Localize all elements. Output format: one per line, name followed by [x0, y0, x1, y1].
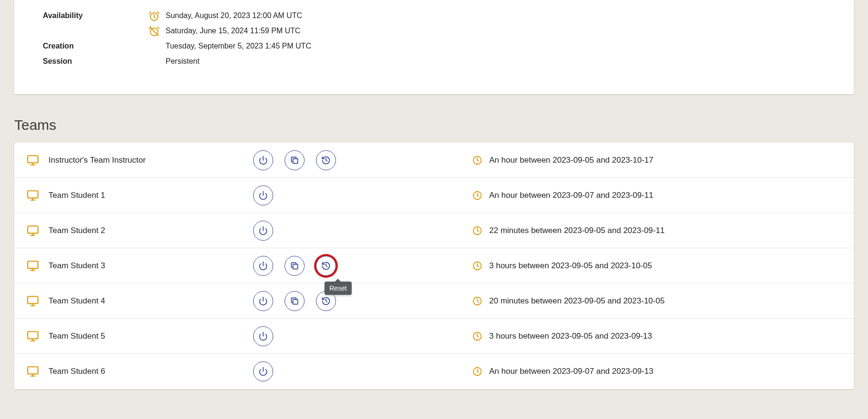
svg-rect-24: [28, 296, 38, 303]
power-button[interactable]: [253, 185, 273, 205]
creation-label: Creation: [43, 40, 148, 50]
power-button[interactable]: [253, 291, 273, 311]
monitor-icon: [27, 330, 39, 342]
team-actions: [253, 326, 472, 346]
team-time: 3 hours between 2023-09-05 and 2023-10-0…: [489, 261, 652, 271]
availability-label: Availability: [43, 10, 148, 20]
monitor-icon: [27, 295, 39, 307]
team-name: Team Student 4: [49, 296, 253, 306]
team-row[interactable]: Team Student 222 minutes between 2023-09…: [14, 213, 854, 248]
svg-rect-30: [28, 331, 38, 339]
power-button[interactable]: [253, 150, 273, 170]
team-actions: [253, 361, 472, 381]
info-row-availability-end: Saturday, June 15, 2024 11:59 PM UTC: [43, 25, 825, 39]
session-label: Session: [43, 55, 148, 66]
reset-button[interactable]: [316, 256, 336, 276]
team-name: Team Student 3: [49, 261, 253, 271]
monitor-icon: [27, 154, 39, 166]
team-time: 3 hours between 2023-09-05 and 2023-09-1…: [489, 331, 652, 341]
power-button[interactable]: [253, 221, 273, 241]
team-row[interactable]: Team Student 1An hour between 2023-09-07…: [14, 178, 854, 213]
monitor-icon: [27, 365, 39, 378]
clock-icon: [472, 155, 483, 166]
power-button[interactable]: [253, 361, 273, 381]
monitor-icon: [27, 260, 39, 272]
team-row[interactable]: Team Student 420 minutes between 2023-09…: [14, 283, 854, 319]
team-name: Team Student 1: [49, 191, 253, 200]
copy-button[interactable]: [285, 256, 305, 276]
clock-icon: [472, 366, 483, 377]
availability-end: Saturday, June 15, 2024 11:59 PM UTC: [166, 25, 300, 35]
team-actions: [253, 221, 472, 241]
svg-rect-8: [28, 191, 38, 198]
team-row[interactable]: Team Student 6An hour between 2023-09-07…: [14, 354, 854, 389]
team-actions: [253, 291, 472, 311]
team-row[interactable]: Team Student 3Reset3 hours between 2023-…: [14, 248, 854, 283]
alarm-on-icon: [148, 10, 160, 22]
team-actions: Reset: [253, 256, 472, 276]
copy-button[interactable]: [285, 150, 305, 170]
info-row-session: Session Persistent: [43, 55, 825, 69]
monitor-icon: [27, 224, 39, 237]
teams-list: Instructor's Team InstructorAn hour betw…: [14, 143, 854, 389]
creation-value: Tuesday, September 5, 2023 1:45 PM UTC: [166, 40, 311, 50]
team-name: Team Student 6: [49, 367, 253, 376]
team-name: Instructor's Team Instructor: [49, 156, 253, 165]
monitor-icon: [27, 189, 39, 202]
info-row-creation: Creation Tuesday, September 5, 2023 1:45…: [43, 40, 825, 54]
svg-rect-22: [293, 264, 298, 269]
clock-icon: [472, 225, 483, 236]
team-time: An hour between 2023-09-07 and 2023-09-1…: [489, 367, 653, 376]
copy-button[interactable]: [285, 291, 305, 311]
team-time: 20 minutes between 2023-09-05 and 2023-1…: [489, 296, 665, 306]
clock-icon: [472, 296, 483, 306]
power-button[interactable]: [253, 326, 273, 346]
team-name: Team Student 5: [49, 331, 253, 341]
info-card: Availability Sunday, August 20, 2023 12:…: [14, 0, 854, 94]
clock-icon: [472, 190, 483, 201]
svg-rect-18: [28, 261, 38, 268]
clock-icon: [472, 331, 483, 341]
svg-rect-2: [28, 156, 38, 163]
team-time: An hour between 2023-09-05 and 2023-10-1…: [489, 156, 653, 165]
team-time: An hour between 2023-09-07 and 2023-09-1…: [489, 191, 653, 200]
svg-rect-6: [293, 158, 298, 163]
svg-rect-28: [293, 299, 298, 304]
teams-section-title: Teams: [14, 117, 854, 133]
power-button[interactable]: [253, 256, 273, 276]
team-row[interactable]: Instructor's Team InstructorAn hour betw…: [14, 143, 854, 178]
svg-rect-13: [28, 226, 38, 233]
svg-rect-35: [28, 367, 38, 374]
availability-start: Sunday, August 20, 2023 12:00 AM UTC: [166, 10, 302, 20]
session-value: Persistent: [166, 55, 199, 66]
reset-tooltip: Reset: [325, 282, 352, 295]
reset-button[interactable]: [316, 150, 336, 170]
alarm-off-icon: [148, 26, 160, 37]
team-time: 22 minutes between 2023-09-05 and 2023-0…: [489, 226, 665, 235]
team-actions: [253, 185, 472, 205]
info-row-availability: Availability Sunday, August 20, 2023 12:…: [43, 10, 825, 24]
clock-icon: [472, 261, 483, 271]
team-name: Team Student 2: [49, 226, 253, 235]
team-row[interactable]: Team Student 53 hours between 2023-09-05…: [14, 319, 854, 354]
team-actions: [253, 150, 472, 170]
